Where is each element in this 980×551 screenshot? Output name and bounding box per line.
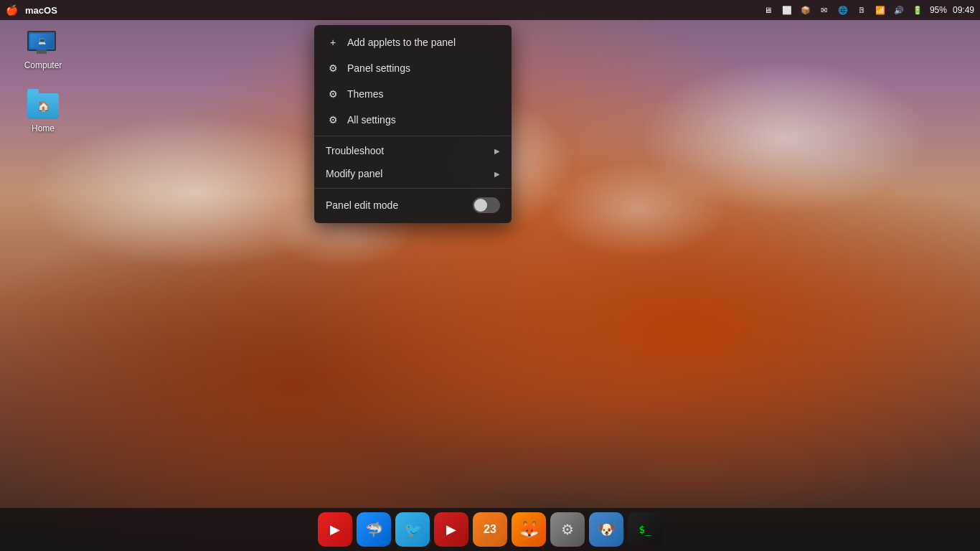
tray-icon-monitor[interactable]: 🖥 [762,4,775,17]
submenu-arrow-modify: ▶ [494,170,500,178]
monitor-screen-inner: 💻 [30,34,53,48]
taskbar-icon-recorder[interactable]: ▶ [434,512,468,547]
taskbar-icon-firefox[interactable]: 🦊 [512,512,546,547]
menu-item-modify-panel[interactable]: Modify panel ▶ [314,162,512,185]
calendar-icon: 23 [484,523,496,536]
wireshark-icon: 🐶 [598,521,616,538]
recorder-icon: ▶ [446,522,456,537]
taskbar-icon-settings[interactable]: ⚙ [550,512,585,547]
menu-item-all-settings[interactable]: ⚙ All settings [314,107,512,133]
modify-panel-label: Modify panel [326,168,494,179]
taskbar-icon-calendar[interactable]: 23 [473,512,507,547]
monitor-icon: 💻 [27,31,59,55]
taskbar-icon-shark[interactable]: 🦈 [357,512,391,547]
menubar-left: 🍎 macOS [6,4,57,16]
bird-icon: 🐦 [404,521,422,538]
taskbar-icon-wireshark[interactable]: 🐶 [589,512,623,547]
taskbar-icon-youtube-dl[interactable]: ▶ [318,512,352,547]
panel-edit-mode-label: Panel edit mode [326,199,473,211]
monitor-screen: 💻 [27,31,56,51]
menu-item-troubleshoot[interactable]: Troubleshoot ▶ [314,139,512,162]
youtube-dl-icon: ▶ [330,522,340,537]
tray-icon-wifi[interactable]: 📶 [874,4,887,17]
clock: 09:49 [953,5,974,15]
tray-icon-network[interactable]: 🌐 [837,4,849,17]
computer-label: Computer [24,60,62,70]
menu-item-panel-settings[interactable]: ⚙ Panel settings [314,55,512,81]
tray-icon-volume[interactable]: 🔊 [892,4,905,17]
themes-icon: ⚙ [326,87,340,101]
troubleshoot-label: Troubleshoot [326,145,494,156]
terminal-icon: $_ [639,524,651,535]
gear-icon-all: ⚙ [326,113,340,127]
separator-2 [314,188,512,189]
menu-item-panel-edit-mode[interactable]: Panel edit mode [314,192,512,219]
submenu-arrow-troubleshoot: ▶ [494,147,500,155]
settings-gear-icon: ⚙ [561,521,574,538]
tray-icon-bluetooth[interactable]: 𝔹 [855,4,868,17]
desktop-icons: 💻 Computer 🏠 Home [14,29,72,133]
apple-icon[interactable]: 🍎 [6,4,18,16]
folder-icon: 🏠 [27,93,59,119]
menu-item-add-applets[interactable]: + Add applets to the panel [314,29,512,55]
battery-icon: 🔋 [911,4,924,17]
menubar: 🍎 macOS 🖥 ⬜ 📦 ✉ 🌐 𝔹 📶 🔊 🔋 95% 09:49 [0,0,980,20]
taskbar: ▶ 🦈 🐦 ▶ 23 🦊 ⚙ 🐶 $_ [0,508,980,551]
panel-edit-toggle[interactable] [473,197,500,213]
tray-icon-display[interactable]: ⬜ [781,4,793,17]
gear-icon-panel: ⚙ [326,61,340,75]
plus-icon: + [326,35,340,50]
shark-icon: 🦈 [365,521,383,538]
context-menu: + Add applets to the panel ⚙ Panel setti… [314,25,512,223]
menu-item-themes[interactable]: ⚙ Themes [314,81,512,107]
separator-1 [314,136,512,136]
all-settings-label: All settings [347,114,500,126]
home-icon-img: 🏠 [26,92,60,121]
battery-percent: 95% [930,5,947,15]
computer-icon-img: 💻 [26,29,60,57]
firefox-icon: 🦊 [519,520,539,539]
taskbar-icon-terminal[interactable]: $_ [628,512,662,547]
folder-icon-inner: 🏠 [37,100,50,112]
tray-icon-dropbox[interactable]: 📦 [799,4,812,17]
panel-settings-label: Panel settings [347,62,500,74]
home-label: Home [32,123,55,133]
toggle-knob [474,199,487,212]
themes-label: Themes [347,88,500,100]
taskbar-icon-bird[interactable]: 🐦 [395,512,430,547]
desktop-icon-computer[interactable]: 💻 Computer [14,29,72,70]
tray-icon-mail[interactable]: ✉ [818,4,831,17]
menubar-right: 🖥 ⬜ 📦 ✉ 🌐 𝔹 📶 🔊 🔋 95% 09:49 [762,4,974,17]
add-applets-label: Add applets to the panel [347,37,500,48]
desktop-icon-home[interactable]: 🏠 Home [14,92,72,133]
menubar-title: macOS [25,5,57,16]
